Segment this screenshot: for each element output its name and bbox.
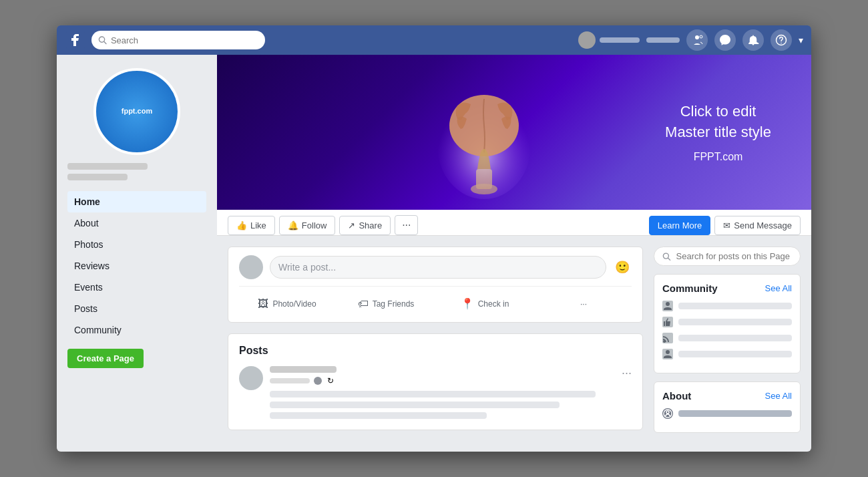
- profile-name-bar-1: [67, 163, 148, 170]
- sidebar-item-events[interactable]: Events: [67, 277, 206, 298]
- photo-video-icon: 🖼: [258, 298, 268, 310]
- follow-label: Follow: [302, 220, 327, 230]
- post-time-row: ↻: [270, 376, 337, 385]
- share-button[interactable]: ↗ Share: [339, 216, 391, 235]
- about-title: About: [662, 390, 691, 402]
- help-icon[interactable]: [771, 29, 792, 51]
- send-message-button[interactable]: ✉ Send Message: [714, 216, 801, 235]
- photo-video-button[interactable]: 🖼 Photo/Video: [239, 293, 335, 314]
- tag-friends-button[interactable]: 🏷 Tag Friends: [338, 293, 434, 314]
- community-title: Community: [662, 283, 718, 294]
- sidebar-item-home[interactable]: Home: [67, 191, 206, 212]
- post-time-bar: [270, 378, 310, 383]
- check-in-icon: 📍: [461, 297, 474, 310]
- nav-dropdown[interactable]: ▾: [799, 35, 803, 45]
- photo-video-label: Photo/Video: [272, 299, 316, 309]
- follow-icon: 🔔: [288, 220, 298, 230]
- post-body-bar-3: [270, 412, 487, 419]
- post-name-bar: [270, 366, 337, 373]
- emoji-button[interactable]: 🙂: [613, 258, 632, 277]
- cover-and-actions: Click to edit Master title style FPPT.co…: [217, 55, 811, 236]
- search-input[interactable]: [111, 35, 258, 45]
- cover-photo: Click to edit Master title style FPPT.co…: [217, 55, 811, 210]
- svg-line-10: [668, 258, 670, 260]
- post-body-bar-2: [270, 402, 560, 408]
- page-container: fppt.com Home About Photos Reviews Event…: [57, 55, 811, 452]
- notifications-icon[interactable]: [742, 29, 764, 51]
- learn-more-button[interactable]: Learn More: [649, 216, 710, 235]
- write-post-avatar: [239, 255, 263, 279]
- more-options-button[interactable]: ···: [535, 293, 632, 314]
- page-right: Click to edit Master title style FPPT.co…: [217, 55, 811, 452]
- page-search-input[interactable]: [676, 251, 792, 261]
- profile-avatar: fppt.com: [93, 68, 180, 155]
- more-button[interactable]: ···: [395, 215, 418, 235]
- write-post-placeholder: Write a post...: [278, 262, 336, 273]
- sidebar-item-reviews[interactable]: Reviews: [67, 255, 206, 277]
- community-bar-4: [678, 351, 792, 357]
- cover-title-line2: Master title style: [665, 122, 771, 143]
- person-icon: [662, 349, 673, 359]
- about-card-header: About See All: [662, 390, 792, 402]
- page-search-icon: [662, 252, 671, 261]
- page-search-box[interactable]: [654, 247, 801, 266]
- facebook-navbar: ▾: [57, 25, 811, 55]
- globe-icon: [314, 377, 322, 385]
- community-row-3: [662, 333, 792, 343]
- community-row-4: [662, 349, 792, 359]
- write-post-input[interactable]: Write a post...: [270, 256, 606, 279]
- nav-link-bar: [646, 37, 680, 43]
- posts-title: Posts: [239, 345, 632, 357]
- friends-icon[interactable]: [686, 29, 708, 51]
- sidebar-item-community[interactable]: Community: [67, 319, 206, 341]
- posts-section: Posts: [228, 333, 643, 430]
- check-in-button[interactable]: 📍 Check in: [437, 293, 533, 314]
- about-card: About See All: [654, 381, 801, 433]
- cover-title-line1: Click to edit: [665, 102, 771, 122]
- like-icon: 👍: [236, 220, 247, 230]
- sidebar-item-photos[interactable]: Photos: [67, 234, 206, 255]
- about-row-1: [662, 408, 792, 419]
- message-icon: ✉: [723, 220, 730, 230]
- write-post-box: Write a post... 🙂 🖼 Photo/Video: [228, 247, 643, 323]
- post-header: ↻ ···: [270, 366, 632, 385]
- cover-brand: FPPT.com: [665, 151, 771, 163]
- community-card: Community See All: [654, 274, 801, 373]
- search-box[interactable]: [91, 31, 265, 49]
- community-see-all[interactable]: See All: [765, 283, 792, 293]
- about-icon: [662, 408, 673, 419]
- like-button[interactable]: 👍 Like: [228, 216, 275, 235]
- create-page-button[interactable]: Create a Page: [67, 349, 144, 368]
- sidebar-item-posts[interactable]: Posts: [67, 298, 206, 319]
- profile-avatar-area: fppt.com: [67, 63, 206, 155]
- browser-window: ▾ fppt.com Home About: [57, 25, 811, 452]
- facebook-main: fppt.com Home About Photos Reviews Event…: [57, 55, 811, 452]
- about-see-all[interactable]: See All: [765, 391, 792, 401]
- svg-point-4: [781, 43, 782, 44]
- community-bar-3: [678, 335, 792, 341]
- like-count-icon: [662, 317, 673, 327]
- sidebar-item-about[interactable]: About: [67, 212, 206, 234]
- people-icon: [662, 301, 673, 311]
- community-card-header: Community See All: [662, 283, 792, 294]
- share-icon: ↗: [348, 220, 355, 230]
- check-in-label: Check in: [478, 299, 509, 309]
- follow-button[interactable]: 🔔 Follow: [279, 216, 336, 235]
- facebook-logo[interactable]: [65, 29, 86, 51]
- messenger-icon[interactable]: [714, 29, 736, 51]
- tag-friends-icon: 🏷: [358, 298, 369, 310]
- svg-line-2: [104, 41, 106, 43]
- refresh-icon: ↻: [326, 376, 335, 385]
- rss-icon: [662, 333, 673, 343]
- community-bar-1: [678, 303, 792, 309]
- tag-friends-label: Tag Friends: [373, 299, 415, 309]
- cover-text: Click to edit Master title style FPPT.co…: [665, 102, 771, 163]
- community-bar-2: [678, 319, 792, 325]
- left-sidebar: fppt.com Home About Photos Reviews Event…: [57, 55, 217, 452]
- nav-right: ▾: [578, 29, 803, 51]
- post-item: ↻ ···: [239, 366, 632, 419]
- nav-avatar: [578, 31, 596, 49]
- action-bar: 👍 Like 🔔 Follow ↗ Share ···: [217, 210, 811, 236]
- right-column: Community See All: [654, 247, 801, 441]
- post-more-button[interactable]: ···: [622, 366, 632, 380]
